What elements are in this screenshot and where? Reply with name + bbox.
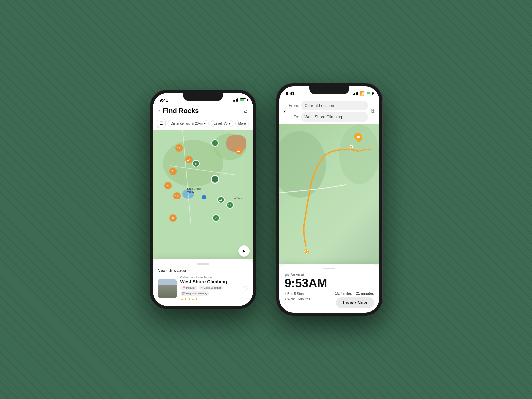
search-icon-1[interactable]: ⌕ bbox=[244, 107, 248, 114]
back-icon-1[interactable]: ‹ bbox=[158, 107, 160, 114]
bottom-panel-2: 🚌 Arrive at 9:53AM > Bus 5 Stops > Walk … bbox=[279, 264, 379, 313]
arrival-time: 9:53AM bbox=[285, 277, 374, 290]
bar2 bbox=[234, 100, 235, 102]
user-location bbox=[202, 195, 206, 200]
marker-7[interactable]: 7 bbox=[212, 214, 220, 222]
marker-10[interactable]: 10 bbox=[226, 201, 234, 209]
from-label: From: bbox=[289, 103, 299, 108]
from-input[interactable]: Current Location bbox=[301, 101, 368, 110]
travel-stats: 15.7 miles 21 minutes bbox=[335, 291, 374, 295]
details-row: > Bus 5 Stops > Walk 5 Minutes 15.7 mile… bbox=[285, 291, 374, 308]
stats-and-button: 15.7 miles 21 minutes Leave Now bbox=[335, 291, 374, 308]
marker-16[interactable]: 16 bbox=[173, 192, 181, 200]
bottom-panel-1: Near this area California > Lake Tahoe W… bbox=[153, 259, 253, 306]
battery-fill-1 bbox=[240, 99, 244, 101]
drag-handle-2[interactable] bbox=[323, 268, 335, 269]
midpoint-dot bbox=[350, 145, 353, 148]
origin-dot bbox=[304, 250, 308, 254]
level-filter[interactable]: Level: V3 ▾ bbox=[211, 120, 233, 127]
route-line-2: > Walk 5 Minutes bbox=[285, 297, 310, 302]
from-row: From: Current Location bbox=[289, 101, 368, 110]
notch-2 bbox=[309, 86, 349, 94]
phone1-content: ‹ Find Rocks ⌕ ☰ Distance: within 20km ▾… bbox=[153, 105, 253, 306]
map-2[interactable] bbox=[279, 124, 379, 264]
distance: 15.7 miles bbox=[335, 291, 352, 295]
drag-handle-1[interactable] bbox=[197, 263, 209, 265]
battery-1 bbox=[240, 98, 246, 102]
status-time-1: 9:41 bbox=[160, 98, 168, 103]
compass-button[interactable]: ➤ bbox=[238, 245, 250, 257]
tag-popular: 📍 Popular bbox=[180, 286, 198, 290]
battery-2 bbox=[366, 92, 373, 95]
status-icons-2: 📶 bbox=[353, 91, 373, 96]
bar4 bbox=[237, 98, 238, 102]
leave-now-button[interactable]: Leave Now bbox=[336, 297, 374, 308]
nav-header-2: ‹ From: Current Location To: West Shore … bbox=[279, 98, 379, 124]
duration: 21 minutes bbox=[356, 291, 374, 295]
map-1[interactable]: 11 14 2 6 4 16 8 13 10 7 17 Little Grass… bbox=[153, 130, 253, 259]
menu-button[interactable]: ☰ bbox=[157, 119, 166, 128]
marker-6[interactable]: 6 bbox=[192, 160, 200, 167]
filter-bar: ☰ Distance: within 20km ▾ Level: V3 ▾ Mo… bbox=[153, 117, 253, 130]
back-icon-2[interactable]: ‹ bbox=[284, 108, 286, 115]
route-info: > Bus 5 Stops > Walk 5 Minutes bbox=[285, 291, 310, 302]
more-filter[interactable]: More bbox=[235, 120, 249, 127]
p1-header: ‹ Find Rocks ⌕ bbox=[153, 105, 253, 117]
place-label: Little GrassValley bbox=[187, 187, 201, 193]
swap-button[interactable]: ⇅ bbox=[370, 108, 375, 115]
status-icons-1 bbox=[233, 98, 246, 102]
battery-fill-2 bbox=[367, 92, 370, 94]
page-title-1: Find Rocks bbox=[163, 107, 244, 115]
destination-pin bbox=[355, 133, 362, 141]
signal-bars-1 bbox=[233, 98, 238, 102]
tag-weather: ☀ Good Weather bbox=[199, 286, 223, 290]
phone-1: 9:41 ‹ Find Rocks ⌕ bbox=[150, 90, 256, 309]
route-path bbox=[279, 124, 379, 264]
tag-level: 🧗 Beginner-Friendly bbox=[180, 291, 209, 296]
to-input[interactable]: West Shore Climbing bbox=[301, 112, 368, 122]
compass-icon: ➤ bbox=[242, 248, 246, 254]
marker-center[interactable] bbox=[211, 139, 219, 147]
bar1 bbox=[233, 100, 234, 102]
marker-17[interactable]: 17 bbox=[235, 147, 243, 154]
favorite-button[interactable]: ♡ bbox=[243, 285, 248, 292]
marker-4[interactable]: 4 bbox=[164, 182, 172, 189]
route-line-1: > Bus 5 Stops bbox=[285, 291, 310, 297]
nav-row: ‹ From: Current Location To: West Shore … bbox=[284, 101, 375, 122]
phone-2: 9:41 📶 ‹ bbox=[276, 83, 383, 316]
location-thumbnail bbox=[158, 279, 177, 298]
menu-icon: ☰ bbox=[159, 121, 163, 126]
location-info: California > Lake Tahoe West Shore Climb… bbox=[180, 276, 240, 301]
thumb-rock bbox=[158, 285, 177, 298]
route-inputs: From: Current Location To: West Shore Cl… bbox=[289, 101, 368, 122]
star-rating: ★★★★★ bbox=[180, 297, 240, 301]
to-row: To: West Shore Climbing bbox=[289, 112, 368, 122]
center-marker[interactable] bbox=[211, 175, 219, 184]
notch-1 bbox=[183, 93, 223, 101]
status-time-2: 9:41 bbox=[286, 91, 295, 96]
marker-13[interactable]: 13 bbox=[217, 196, 225, 203]
distance-filter[interactable]: Distance: within 20km ▾ bbox=[168, 120, 209, 127]
location-region: California > Lake Tahoe bbox=[180, 276, 240, 279]
marker-8[interactable]: 8 bbox=[169, 214, 177, 222]
phone2-content: ‹ From: Current Location To: West Shore … bbox=[279, 98, 379, 313]
marker-11[interactable]: 11 bbox=[175, 144, 183, 152]
marker-2[interactable]: 2 bbox=[169, 168, 177, 175]
location-tags: 📍 Popular ☀ Good Weather 🧗 Beginner-Frie… bbox=[180, 286, 240, 296]
to-label: To: bbox=[289, 115, 299, 119]
marker-14[interactable]: 14 bbox=[185, 156, 193, 163]
location-card[interactable]: California > Lake Tahoe West Shore Climb… bbox=[158, 276, 248, 301]
wifi-icon-2: 📶 bbox=[360, 91, 365, 96]
signal-bars-2 bbox=[353, 92, 358, 95]
near-area-label: Near this area bbox=[158, 268, 248, 273]
bar3 bbox=[236, 99, 237, 102]
location-name: West Shore Climbing bbox=[180, 279, 240, 284]
la-porte-label: La Porte bbox=[233, 197, 243, 200]
